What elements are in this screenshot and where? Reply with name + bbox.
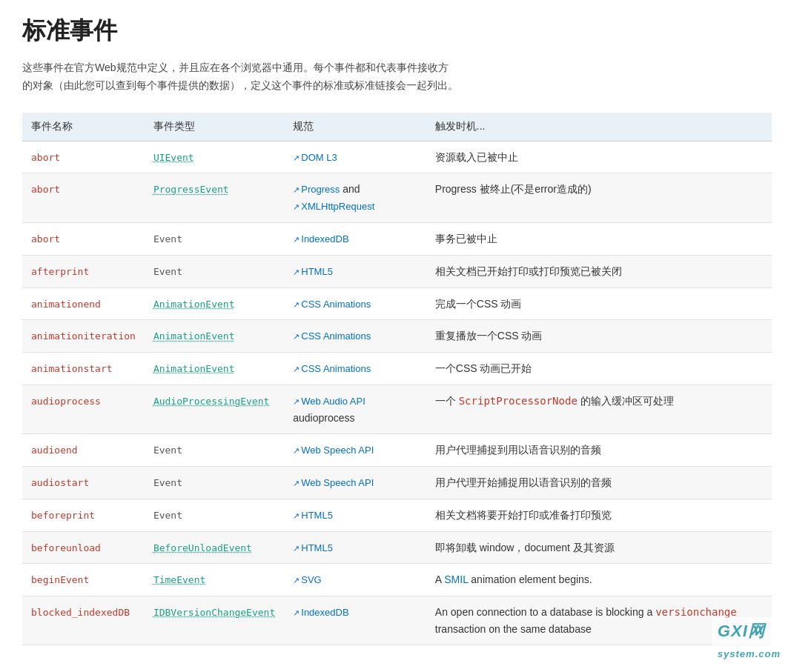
event-type[interactable]: IDBVersionChangeEvent [153, 607, 275, 618]
event-type: Event [153, 266, 182, 277]
table-row: audiostartEventWeb Speech API用户代理开始捕捉用以语… [22, 466, 772, 499]
event-name-cell: afterprint [22, 255, 145, 287]
event-trigger-cell: 事务已被中止 [426, 222, 772, 255]
event-trigger-cell: 完成一个CSS 动画 [426, 287, 772, 320]
event-trigger-cell: 一个CSS 动画已开始 [426, 353, 772, 385]
spec-link[interactable]: Web Speech API [293, 477, 374, 488]
event-name[interactable]: beforeprint [31, 510, 95, 521]
event-name[interactable]: afterprint [31, 266, 89, 277]
table-row: afterprintEventHTML5相关文档已开始打印或打印预览已被关闭 [22, 255, 772, 287]
spec-link-progress[interactable]: Progress [293, 184, 340, 195]
col-header-name: 事件名称 [22, 113, 145, 142]
event-trigger-cell: 一个 ScriptProcessorNode 的输入缓冲区可处理 [426, 385, 772, 433]
spec-link[interactable]: Web Speech API [293, 445, 374, 456]
event-name-cell: abort [22, 222, 145, 255]
event-type-cell: UIEvent [145, 141, 284, 173]
col-header-spec: 规范 [284, 113, 426, 142]
event-type[interactable]: BeforeUnloadEvent [153, 542, 252, 553]
page-description: 这些事件在官方Web规范中定义，并且应在各个浏览器中通用。每个事件都和代表事件接… [22, 59, 541, 95]
event-type-cell: IDBVersionChangeEvent [145, 596, 284, 645]
table-row: beforeprintEventHTML5相关文档将要开始打印或准备打印预览 [22, 499, 772, 531]
table-row: beforeunloadBeforeUnloadEventHTML5即将卸载 w… [22, 531, 772, 564]
event-name[interactable]: audioend [31, 445, 78, 456]
event-trigger-cell: 用户代理捕捉到用以语音识别的音频 [426, 434, 772, 467]
event-type-cell: AnimationEvent [145, 287, 284, 320]
event-name-cell: beginEvent [22, 564, 145, 596]
event-name[interactable]: abort [31, 152, 60, 163]
event-type: Event [153, 510, 182, 521]
event-name[interactable]: animationiteration [31, 330, 136, 342]
event-name[interactable]: beforeunload [31, 542, 101, 553]
event-name[interactable]: abort [31, 233, 60, 244]
event-spec-cell: SVG [284, 564, 426, 596]
table-row: animationstartAnimationEventCSS Animatio… [22, 353, 772, 385]
event-spec-cell: DOM L3 [284, 141, 426, 173]
event-type-cell: Event [145, 466, 284, 499]
event-type[interactable]: AnimationEvent [153, 299, 235, 310]
event-trigger-cell: Progress 被终止(不是error造成的) [426, 173, 772, 223]
spec-link[interactable]: CSS Animations [293, 330, 371, 342]
event-type-cell: Event [145, 222, 284, 255]
table-row: abortProgressEventProgress and XMLHttpRe… [22, 173, 772, 223]
table-row: abortEventIndexedDB事务已被中止 [22, 222, 772, 255]
table-row: audioprocessAudioProcessingEventWeb Audi… [22, 385, 772, 433]
event-type-cell: Event [145, 434, 284, 467]
spec-link-webaudio[interactable]: Web Audio API [293, 396, 365, 407]
table-row: animationendAnimationEventCSS Animations… [22, 287, 772, 320]
table-row: audioendEventWeb Speech API用户代理捕捉到用以语音识别… [22, 434, 772, 467]
event-trigger-cell: A SMIL animation element begins. [426, 564, 772, 596]
event-trigger-cell: 相关文档将要开始打印或准备打印预览 [426, 499, 772, 531]
table-row: animationiterationAnimationEventCSS Anim… [22, 320, 772, 353]
spec-link[interactable]: CSS Animations [293, 299, 371, 310]
event-name[interactable]: animationend [31, 299, 101, 310]
event-type[interactable]: TimeEvent [153, 574, 205, 585]
table-row: beginEventTimeEventSVGA SMIL animation e… [22, 564, 772, 596]
spec-link[interactable]: CSS Animations [293, 363, 371, 374]
event-name-cell: audiostart [22, 466, 145, 499]
spec-link[interactable]: HTML5 [293, 542, 333, 553]
event-type-cell: AudioProcessingEvent [145, 385, 284, 433]
event-name-cell: audioend [22, 434, 145, 467]
event-spec-cell: Web Audio APIaudioprocess [284, 385, 426, 433]
spec-link[interactable]: IndexedDB [293, 233, 348, 244]
event-name-cell: animationend [22, 287, 145, 320]
table-row: abortUIEventDOM L3资源载入已被中止 [22, 141, 772, 173]
event-trigger-cell: 即将卸载 window，document 及其资源 [426, 531, 772, 564]
event-name[interactable]: abort [31, 184, 60, 195]
page-title: 标准事件 [22, 15, 772, 47]
spec-link-xmlhttprequest[interactable]: XMLHttpRequest [293, 201, 374, 212]
spec-link[interactable]: HTML5 [293, 266, 333, 277]
spec-link[interactable]: SVG [293, 574, 321, 585]
col-header-type: 事件类型 [145, 113, 284, 142]
event-type: Event [153, 445, 182, 456]
event-type[interactable]: UIEvent [153, 152, 194, 163]
event-name[interactable]: beginEvent [31, 574, 89, 585]
event-name[interactable]: audioprocess [31, 396, 101, 407]
spec-link[interactable]: IndexedDB [293, 607, 348, 618]
event-spec-cell: Progress and XMLHttpRequest [284, 173, 426, 223]
event-spec-cell: Web Speech API [284, 434, 426, 467]
event-type-cell: Event [145, 499, 284, 531]
event-type-cell: Event [145, 255, 284, 287]
event-spec-cell: IndexedDB [284, 596, 426, 645]
event-type[interactable]: ProgressEvent [153, 184, 229, 195]
event-type[interactable]: AnimationEvent [153, 363, 235, 374]
event-spec-cell: CSS Animations [284, 287, 426, 320]
event-name-cell: animationstart [22, 353, 145, 385]
spec-link[interactable]: DOM L3 [293, 152, 337, 163]
event-trigger-cell: 用户代理开始捕捉用以语音识别的音频 [426, 466, 772, 499]
event-trigger-cell: 重复播放一个CSS 动画 [426, 320, 772, 353]
event-name[interactable]: animationstart [31, 363, 113, 374]
event-trigger-cell: 资源载入已被中止 [426, 141, 772, 173]
event-name[interactable]: blocked_indexedDB [31, 607, 130, 618]
event-name-cell: abort [22, 141, 145, 173]
table-row: blocked_indexedDBIDBVersionChangeEventIn… [22, 596, 772, 645]
event-spec-cell: CSS Animations [284, 320, 426, 353]
event-type[interactable]: AudioProcessingEvent [153, 396, 270, 407]
event-type[interactable]: AnimationEvent [153, 330, 235, 342]
watermark: GXI网system.com [712, 617, 787, 660]
event-type-cell: TimeEvent [145, 564, 284, 596]
event-name-cell: abort [22, 173, 145, 223]
spec-link[interactable]: HTML5 [293, 510, 333, 521]
event-name[interactable]: audiostart [31, 477, 89, 488]
